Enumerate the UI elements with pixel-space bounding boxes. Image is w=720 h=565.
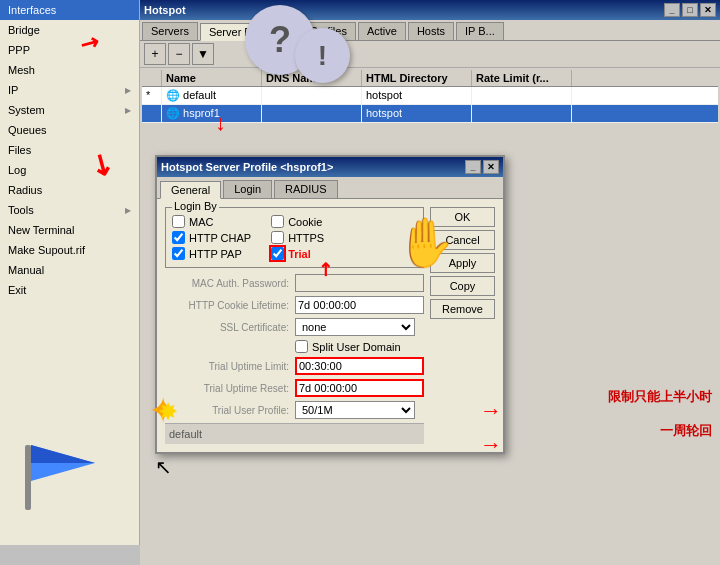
- mac-auth-password-input[interactable]: [295, 274, 424, 292]
- sidebar-label: Tools: [8, 204, 34, 216]
- sidebar-item-interfaces[interactable]: Interfaces: [0, 0, 139, 20]
- submenu-arrow-icon: ▶: [125, 86, 131, 95]
- table-row[interactable]: 🌐 hsprof1 hotspot: [142, 105, 718, 123]
- sidebar-item-ppp[interactable]: PPP: [0, 40, 139, 60]
- http-cookie-lifetime-input[interactable]: [295, 296, 424, 314]
- trial-uptime-reset-input[interactable]: [295, 379, 424, 397]
- minimize-button[interactable]: _: [664, 3, 680, 17]
- col-marker: [142, 70, 162, 86]
- http-chap-checkbox[interactable]: [172, 231, 185, 244]
- dialog-body: Login By MAC HTTP CHAP HTTP: [157, 199, 503, 452]
- sidebar: Interfaces Bridge PPP Mesh IP ▶ System ▶…: [0, 0, 140, 545]
- split-user-domain-label: Split User Domain: [312, 341, 401, 353]
- row-html: hotspot: [362, 87, 472, 104]
- split-user-domain-row: Split User Domain: [165, 340, 424, 353]
- http-pap-label: HTTP PAP: [189, 248, 242, 260]
- https-checkbox-row: HTTPS: [271, 231, 324, 244]
- dialog-titlebar: Hotspot Server Profile <hsprof1> _ ✕: [157, 157, 503, 177]
- dialog-tab-general[interactable]: General: [160, 181, 221, 199]
- sidebar-item-bridge[interactable]: Bridge: [0, 20, 139, 40]
- sidebar-label: Radius: [8, 184, 42, 196]
- trial-uptime-limit-label: Trial Uptime Limit:: [165, 361, 295, 372]
- http-chap-label: HTTP CHAP: [189, 232, 251, 244]
- close-button[interactable]: ✕: [700, 3, 716, 17]
- http-cookie-lifetime-row: HTTP Cookie Lifetime:: [165, 296, 424, 314]
- svg-rect-0: [25, 445, 31, 510]
- window-title: Hotspot: [144, 4, 186, 16]
- cancel-button[interactable]: Cancel: [430, 230, 495, 250]
- add-button[interactable]: +: [144, 43, 166, 65]
- trial-checkbox[interactable]: [271, 247, 284, 260]
- dialog-minimize-button[interactable]: _: [465, 160, 481, 174]
- apply-button[interactable]: Apply: [430, 253, 495, 273]
- trial-uptime-reset-row: Trial Uptime Reset:: [165, 379, 424, 397]
- row-html: hotspot: [362, 105, 472, 122]
- sidebar-item-log[interactable]: Log: [0, 160, 139, 180]
- sidebar-label: IP: [8, 84, 18, 96]
- exclamation-bubble: !: [295, 28, 350, 83]
- col-html: HTML Directory: [362, 70, 472, 86]
- filter-button[interactable]: ▼: [192, 43, 214, 65]
- col-rate: Rate Limit (r...: [472, 70, 572, 86]
- remove-button[interactable]: −: [168, 43, 190, 65]
- split-user-domain-checkbox[interactable]: [295, 340, 308, 353]
- tab-ip-b[interactable]: IP B...: [456, 22, 504, 40]
- sidebar-item-mesh[interactable]: Mesh: [0, 60, 139, 80]
- dialog-title: Hotspot Server Profile <hsprof1>: [161, 161, 333, 173]
- sidebar-label: Make Supout.rif: [8, 244, 85, 256]
- ssl-certificate-select[interactable]: none: [295, 318, 415, 336]
- cookie-checkbox[interactable]: [271, 215, 284, 228]
- sidebar-item-files[interactable]: Files: [0, 140, 139, 160]
- copy-button[interactable]: Copy: [430, 276, 495, 296]
- trial-user-profile-row: Trial User Profile: 50/1M: [165, 401, 424, 419]
- trial-uptime-limit-input[interactable]: [295, 357, 424, 375]
- sidebar-item-tools[interactable]: Tools ▶: [0, 200, 139, 220]
- login-by-group: Login By MAC HTTP CHAP HTTP: [165, 207, 424, 268]
- mac-checkbox[interactable]: [172, 215, 185, 228]
- trial-checkbox-row: Trial: [271, 247, 324, 260]
- mikrotik-logo: [15, 435, 105, 515]
- sidebar-label: Interfaces: [8, 4, 56, 16]
- sidebar-label: Manual: [8, 264, 44, 276]
- trial-user-profile-select[interactable]: 50/1M: [295, 401, 415, 419]
- sidebar-label: Bridge: [8, 24, 40, 36]
- sidebar-label: Files: [8, 144, 31, 156]
- remove-button[interactable]: Remove: [430, 299, 495, 319]
- sidebar-label: Exit: [8, 284, 26, 296]
- sidebar-label: Log: [8, 164, 26, 176]
- svg-marker-2: [31, 445, 95, 463]
- row-dns: [262, 105, 362, 122]
- sidebar-item-system[interactable]: System ▶: [0, 100, 139, 120]
- sidebar-item-radius[interactable]: Radius: [0, 180, 139, 200]
- sidebar-item-ip[interactable]: IP ▶: [0, 80, 139, 100]
- submenu-arrow-icon: ▶: [125, 106, 131, 115]
- sidebar-item-manual[interactable]: Manual: [0, 260, 139, 280]
- tab-active[interactable]: Active: [358, 22, 406, 40]
- sidebar-item-queues[interactable]: Queues: [0, 120, 139, 140]
- row-name: 🌐 hsprof1: [162, 105, 262, 122]
- trial-uptime-limit-row: Trial Uptime Limit:: [165, 357, 424, 375]
- mac-label: MAC: [189, 216, 213, 228]
- https-checkbox[interactable]: [271, 231, 284, 244]
- sidebar-item-new-terminal[interactable]: New Terminal: [0, 220, 139, 240]
- ok-button[interactable]: OK: [430, 207, 495, 227]
- table-row[interactable]: * 🌐 default hotspot: [142, 87, 718, 105]
- row-name: 🌐 default: [162, 87, 262, 104]
- dialog-tab-login[interactable]: Login: [223, 180, 272, 198]
- sidebar-item-exit[interactable]: Exit: [0, 280, 139, 300]
- maximize-button[interactable]: □: [682, 3, 698, 17]
- cookie-label: Cookie: [288, 216, 322, 228]
- ssl-certificate-label: SSL Certificate:: [165, 322, 295, 333]
- tab-servers[interactable]: Servers: [142, 22, 198, 40]
- mac-auth-password-row: MAC Auth. Password:: [165, 274, 424, 292]
- dialog-close-button[interactable]: ✕: [483, 160, 499, 174]
- tab-hosts[interactable]: Hosts: [408, 22, 454, 40]
- dialog-hotspot-server-profile: Hotspot Server Profile <hsprof1> _ ✕ Gen…: [155, 155, 505, 454]
- sidebar-item-make-supout[interactable]: Make Supout.rif: [0, 240, 139, 260]
- http-pap-checkbox[interactable]: [172, 247, 185, 260]
- hotspot-toolbar: + − ▼: [140, 41, 720, 68]
- ssl-certificate-row: SSL Certificate: none: [165, 318, 424, 336]
- row-rate: [472, 105, 572, 122]
- cookie-checkbox-row: Cookie: [271, 215, 324, 228]
- dialog-tab-radius[interactable]: RADIUS: [274, 180, 338, 198]
